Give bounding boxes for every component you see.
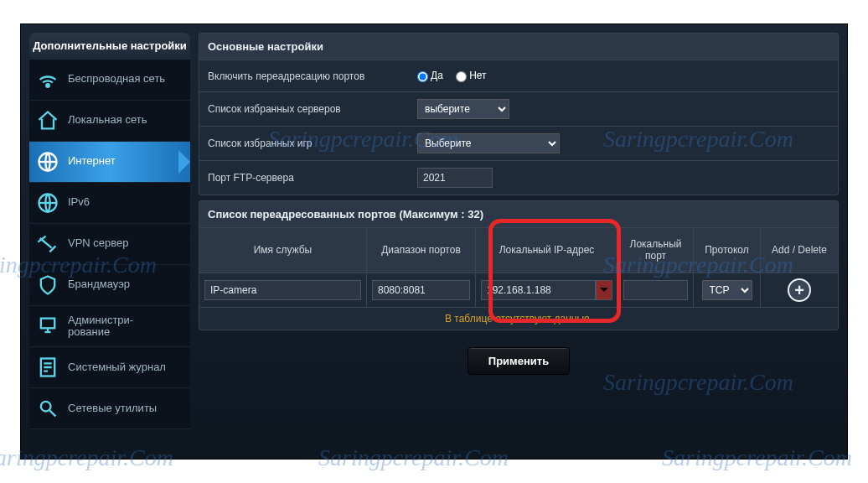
sidebar-item-label: VPN сервер [68, 237, 129, 249]
vpn-icon [36, 232, 59, 256]
sidebar-item-label: Беспроводная сеть [68, 73, 165, 85]
log-icon [36, 356, 59, 379]
th-action: Add / Delete [761, 228, 838, 273]
sidebar-item-internet[interactable]: Интернет [29, 142, 190, 183]
globe-icon [36, 191, 59, 215]
th-local-ip: Локальный IP-адрес [476, 228, 618, 273]
select-protocol[interactable]: TCP [702, 280, 752, 300]
sidebar-item-ipv6[interactable]: IPv6 [29, 183, 190, 224]
input-ftp-port[interactable] [417, 168, 493, 188]
sidebar-item-label: Интернет [68, 155, 116, 167]
radio-yes[interactable]: Да [417, 70, 443, 81]
apply-row: Применить [199, 335, 839, 387]
ip-dropdown-button[interactable] [596, 280, 612, 300]
radio-group-forwarding: Да Нет [417, 70, 497, 81]
select-favorite-games[interactable]: Выберите [417, 133, 560, 153]
port-forward-table: Список переадресованных портов (Максимум… [199, 200, 839, 330]
th-service: Имя службы [199, 228, 367, 273]
row-enable-forwarding: Включить переадресацию портов Да Нет [199, 60, 838, 92]
svg-point-0 [46, 84, 49, 87]
sidebar-item-lan[interactable]: Локальная сеть [29, 101, 190, 142]
input-port-range[interactable] [372, 280, 470, 300]
table-row: TCP + [199, 273, 838, 308]
input-local-port[interactable] [623, 280, 688, 300]
main-settings-panel: Основные настройки Включить переадресаци… [199, 33, 839, 195]
sidebar-item-label: IPv6 [68, 196, 90, 208]
app-window: Дополнительные настройки Беспроводная се… [20, 23, 848, 460]
radio-no[interactable]: Нет [456, 70, 486, 81]
home-icon [36, 109, 59, 132]
sidebar-item-label: Локальная сеть [68, 114, 147, 126]
sidebar-item-firewall[interactable]: Брандмауэр [29, 265, 190, 306]
table-empty-message: В таблице отсутствуют данные. [199, 308, 838, 330]
local-ip-combo [481, 280, 612, 300]
select-favorite-servers[interactable]: выберите [417, 99, 509, 119]
input-local-ip[interactable] [481, 280, 596, 300]
port-table-title: Список переадресованных портов (Максимум… [199, 201, 838, 228]
label-favorite-games: Список избранных игр [208, 138, 417, 149]
panel-title: Основные настройки [199, 34, 838, 60]
sidebar-header: Дополнительные настройки [29, 33, 190, 60]
sidebar: Дополнительные настройки Беспроводная се… [29, 33, 190, 450]
sidebar-item-syslog[interactable]: Системный журнал [29, 347, 190, 388]
sidebar-item-wireless[interactable]: Беспроводная сеть [29, 60, 190, 101]
label-enable-forwarding: Включить переадресацию портов [208, 70, 417, 82]
svg-rect-3 [41, 319, 54, 329]
globe-icon [36, 150, 59, 174]
admin-icon [36, 314, 59, 338]
sidebar-item-label: Системный журнал [68, 361, 166, 373]
apply-button[interactable]: Применить [468, 347, 570, 375]
row-ftp-port: Порт FTP-сервера [199, 161, 838, 195]
th-protocol: Протокол [694, 228, 761, 273]
sidebar-item-label: Администри- рование [68, 314, 133, 339]
sidebar-item-vpn[interactable]: VPN сервер [29, 224, 190, 265]
table-header-row: Имя службы Диапазон портов Локальный IP-… [199, 228, 838, 273]
row-favorite-servers: Список избранных серверов выберите [199, 92, 838, 127]
label-favorite-servers: Список избранных серверов [208, 103, 417, 115]
input-service-name[interactable] [204, 280, 361, 300]
sidebar-item-label: Брандмауэр [68, 278, 130, 290]
tools-icon [36, 397, 59, 420]
label-ftp-port: Порт FTP-сервера [208, 172, 417, 184]
wifi-icon [36, 68, 59, 91]
row-favorite-games: Список избранных игр Выберите [199, 127, 838, 161]
sidebar-item-label: Сетевые утилиты [68, 402, 157, 414]
shield-icon [36, 273, 59, 297]
svg-point-5 [41, 402, 51, 412]
main-content: Основные настройки Включить переадресаци… [199, 33, 839, 450]
th-range: Диапазон портов [367, 228, 476, 273]
sidebar-item-admin[interactable]: Администри- рование [29, 306, 190, 348]
sidebar-item-nettools[interactable]: Сетевые утилиты [29, 388, 190, 429]
add-row-button[interactable]: + [788, 278, 811, 302]
th-local-port: Локальный порт [618, 228, 694, 273]
